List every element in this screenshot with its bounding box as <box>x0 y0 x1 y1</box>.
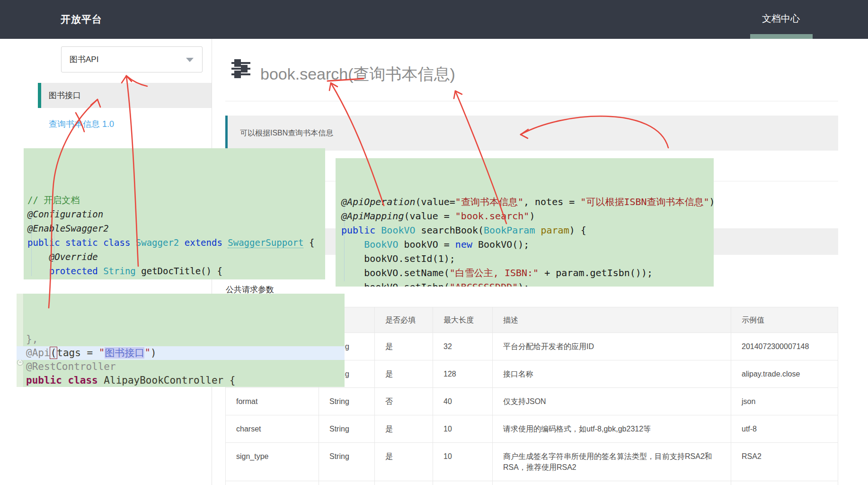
table-cell: sign_type <box>226 443 319 481</box>
table-cell: json <box>731 388 838 415</box>
code-line: public static class Swagger2 extends Swa… <box>27 235 325 250</box>
code-line: BookVO bookVO = new BookVO(); <box>341 237 714 251</box>
code-line: @Override <box>27 250 325 264</box>
sidebar-item-book-api-group[interactable]: 图书接口 <box>38 83 212 108</box>
table-cell <box>731 481 838 485</box>
table-cell <box>374 481 433 485</box>
sliders-icon <box>230 58 251 79</box>
nav-item-doc-center[interactable]: 文档中心 <box>762 0 800 35</box>
code-snippet-swagger-config: // 开启文档@Configuration@EnableSwagger2publ… <box>24 148 325 279</box>
code-line: @Api(tags = "图书接口") <box>17 346 345 360</box>
table-cell: 是 <box>374 333 433 360</box>
brand-title: 开放平台 <box>61 0 102 39</box>
page-title: book.search(查询书本信息) <box>260 63 455 85</box>
top-navbar: 开放平台 文档中心 <box>0 0 868 39</box>
table-row: sign_typeString是10商户生成签名字符串所使用的签名算法类型，目前… <box>226 442 838 481</box>
table-row-clipped <box>226 481 838 485</box>
code-line: @Configuration <box>27 207 325 221</box>
code-line: @ApiOperation(value="查询书本信息", notes = "可… <box>341 195 714 209</box>
code-line: @EnableSwagger2 <box>27 221 325 235</box>
code-snippet-search-method: @ApiOperation(value="查询书本信息", notes = "可… <box>336 158 714 287</box>
code-line: bookVO.setName("白雪公主, ISBN:" + param.get… <box>341 266 714 280</box>
table-header-cell: 是否必填 <box>374 307 433 332</box>
table-row: charsetString是10请求使用的编码格式，如utf-8,gbk,gb2… <box>226 415 838 442</box>
table-cell <box>319 481 374 485</box>
table-cell: 32 <box>433 333 492 360</box>
table-row: formatString否40仅支持JSONjson <box>226 387 838 415</box>
table-cell: utf-8 <box>731 415 838 442</box>
table-cell: 是 <box>374 360 433 387</box>
table-cell: 10 <box>433 443 492 481</box>
table-cell: 2014072300007148 <box>731 333 838 360</box>
code-line: @RestController <box>17 360 345 374</box>
code-line: return "图书API"; <box>27 278 325 279</box>
table-cell: 仅支持JSON <box>492 388 731 415</box>
table-cell: String <box>319 443 374 481</box>
table-cell <box>226 481 319 485</box>
table-header-cell: 示例值 <box>731 307 838 332</box>
code-line: @ApiMapping(value = "book.search") <box>341 209 714 223</box>
sidebar-item-label: 图书接口 <box>49 83 81 108</box>
table-cell <box>492 481 731 485</box>
api-select-dropdown[interactable]: 图书API <box>61 46 203 72</box>
code-line: public BookVO searchBook(BookParam param… <box>341 223 714 237</box>
table-cell: 128 <box>433 360 492 387</box>
page: 开放平台 文档中心 图书API 图书接口 查询书本信息 1.0 book.sea… <box>0 0 868 485</box>
code-line: public class AlipayBookController { <box>17 374 345 387</box>
api-note-text: 可以根据ISBN查询书本信息 <box>240 116 333 151</box>
code-line: // 开启文档 <box>27 193 325 207</box>
table-cell: charset <box>226 415 319 442</box>
code-line: }, <box>17 332 345 346</box>
table-cell: String <box>319 415 374 442</box>
table-cell: 是 <box>374 415 433 442</box>
table-cell: 是 <box>374 443 433 481</box>
table-cell: format <box>226 388 319 415</box>
code-line: protected String getDocTitle() { <box>27 264 325 278</box>
table-cell: String <box>319 388 374 415</box>
table-cell: alipay.trade.close <box>731 360 838 387</box>
code-line: bookVO.setIsbn("ABCSSSSDDD"); <box>341 280 714 287</box>
code-line: bookVO.setId(1); <box>341 251 714 266</box>
table-cell: 40 <box>433 388 492 415</box>
table-cell: 平台分配给开发者的应用ID <box>492 333 731 360</box>
api-note-box: 可以根据ISBN查询书本信息 <box>225 116 838 151</box>
title-divider <box>225 101 838 101</box>
nav-active-underline <box>750 34 813 39</box>
table-cell: 否 <box>374 388 433 415</box>
table-header-cell: 描述 <box>492 307 731 332</box>
table-cell: 接口名称 <box>492 360 731 387</box>
table-cell <box>433 481 492 485</box>
table-header-cell: 最大长度 <box>433 307 492 332</box>
active-item-accent-bar <box>38 83 41 108</box>
table-cell: 商户生成签名字符串所使用的签名算法类型，目前支持RSA2和RSA，推荐使用RSA… <box>492 443 731 481</box>
table-cell: 10 <box>433 415 492 442</box>
api-select-value: 图书API <box>70 47 98 72</box>
table-cell: RSA2 <box>731 443 838 481</box>
table-cell: 请求使用的编码格式，如utf-8,gbk,gb2312等 <box>492 415 731 442</box>
chevron-down-icon <box>186 58 194 62</box>
sidebar-link-search-book[interactable]: 查询书本信息 1.0 <box>49 118 114 130</box>
code-snippet-controller: − },@Api(tags = "图书接口")@RestControllerpu… <box>17 294 345 387</box>
